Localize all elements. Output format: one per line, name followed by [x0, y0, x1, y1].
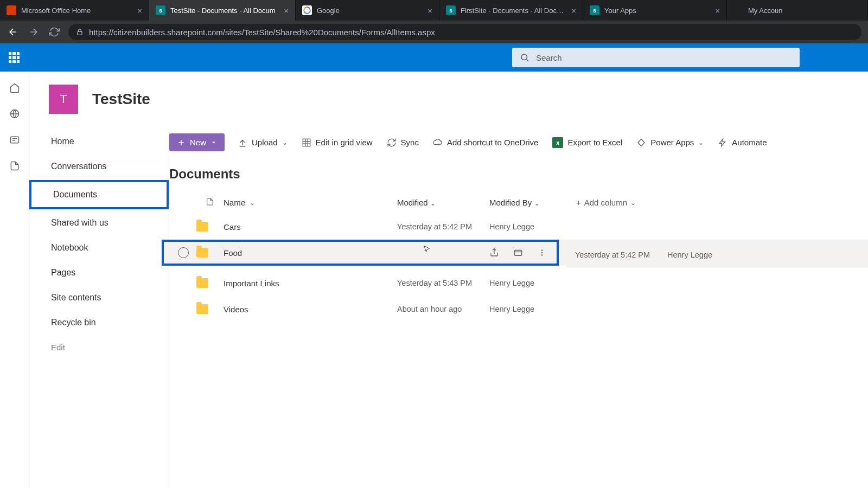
search-placeholder: Search — [536, 53, 562, 62]
automate-button[interactable]: Automate — [717, 134, 768, 151]
nav-edit[interactable]: Edit — [29, 335, 169, 359]
column-modified[interactable]: Modified ⌄ — [397, 198, 489, 207]
new-label: New — [190, 138, 206, 147]
list-item-hovered[interactable]: Food — [162, 240, 559, 266]
select-circle[interactable] — [178, 247, 189, 258]
item-name[interactable]: Food — [224, 248, 242, 258]
nav-home[interactable]: Home — [29, 129, 169, 154]
plus-icon: + — [576, 198, 581, 207]
share-icon[interactable] — [489, 248, 499, 258]
forward-button[interactable] — [27, 25, 40, 38]
add-shortcut-button[interactable]: Add shortcut to OneDrive — [432, 134, 539, 151]
grid-icon — [302, 138, 311, 147]
section-title: Documents — [169, 156, 868, 191]
shortcut-label: Add shortcut to OneDrive — [447, 138, 538, 147]
browser-chrome: Microsoft Office Home × s TestSite - Doc… — [0, 0, 868, 43]
sharepoint-icon: s — [446, 5, 456, 15]
column-modified-label: Modified — [397, 198, 428, 207]
item-name[interactable]: Cars — [224, 222, 241, 232]
folder-icon — [196, 278, 208, 288]
column-name-label: Name — [224, 198, 245, 207]
news-icon[interactable] — [9, 134, 20, 145]
site-logo[interactable]: T — [49, 85, 78, 114]
tab-account[interactable]: My Accoun — [727, 0, 868, 21]
list-item[interactable]: Important Links Yesterday at 5:43 PM Hen… — [169, 270, 846, 296]
url-text: https://citizenbuilders.sharepoint.com/s… — [89, 28, 435, 37]
powerapps-label: Power Apps — [650, 138, 694, 147]
upload-button[interactable]: Upload ⌄ — [237, 134, 289, 151]
more-icon[interactable] — [537, 248, 547, 258]
tab-title: Google — [317, 7, 420, 15]
back-button[interactable] — [7, 25, 20, 38]
reload-button[interactable] — [48, 25, 61, 38]
sync-label: Sync — [401, 138, 419, 147]
add-column-label: Add column — [584, 198, 627, 207]
item-name[interactable]: Important Links — [224, 279, 279, 288]
svg-rect-4 — [10, 137, 18, 143]
item-modified-by: Henry Legge — [667, 251, 754, 259]
item-modified-by: Henry Legge — [489, 305, 576, 313]
list-item[interactable]: Cars Yesterday at 5:42 PM Henry Legge — [169, 214, 846, 240]
site-header: T TestSite — [29, 72, 868, 129]
column-modified-by[interactable]: Modified By ⌄ — [489, 198, 576, 207]
chevron-down-icon: ⌄ — [630, 199, 636, 207]
chevron-down-icon — [210, 139, 217, 146]
nav-notebook[interactable]: Notebook — [29, 235, 169, 260]
document-list: Name ⌄ Modified ⌄ Modified By ⌄ + — [169, 191, 868, 322]
new-button[interactable]: New — [169, 133, 225, 151]
tab-active[interactable]: s TestSite - Documents - All Docum × — [149, 0, 296, 21]
url-box[interactable]: https://citizenbuilders.sharepoint.com/s… — [68, 24, 861, 40]
svg-point-8 — [541, 252, 542, 253]
svg-rect-6 — [514, 251, 522, 256]
site-name[interactable]: TestSite — [92, 91, 150, 108]
app-rail — [0, 72, 29, 488]
nav-site-contents[interactable]: Site contents — [29, 285, 169, 310]
export-excel-button[interactable]: x Export to Excel — [551, 134, 623, 151]
tab-title: My Accoun — [748, 7, 861, 15]
close-icon[interactable]: × — [284, 6, 289, 15]
svg-rect-1 — [78, 31, 82, 35]
nav-conversations[interactable]: Conversations — [29, 154, 169, 179]
powerapps-icon — [636, 138, 646, 147]
close-icon[interactable]: × — [571, 6, 576, 15]
chevron-down-icon: ⌄ — [534, 200, 540, 207]
tab-title: FirstSite - Documents - All Docum — [461, 7, 564, 15]
upload-label: Upload — [252, 138, 278, 147]
folder-icon — [196, 222, 208, 232]
item-name[interactable]: Videos — [224, 305, 248, 314]
chevron-down-icon: ⌄ — [430, 200, 436, 207]
file-type-header-icon[interactable] — [196, 197, 224, 208]
excel-icon: x — [552, 137, 563, 148]
office-icon — [7, 5, 16, 15]
files-icon[interactable] — [9, 160, 20, 171]
nav-pages[interactable]: Pages — [29, 260, 169, 285]
nav-recycle-bin[interactable]: Recycle bin — [29, 310, 169, 335]
onedrive-icon — [433, 138, 443, 147]
nav-documents[interactable]: Documents — [29, 180, 169, 209]
tab-office[interactable]: Microsoft Office Home × — [0, 0, 149, 21]
column-name[interactable]: Name ⌄ — [224, 198, 397, 207]
open-icon[interactable] — [513, 248, 523, 258]
home-icon[interactable] — [9, 82, 20, 93]
folder-icon — [196, 248, 208, 258]
add-column-button[interactable]: + Add column ⌄ — [576, 198, 668, 207]
column-modifiedby-label: Modified By — [489, 198, 532, 207]
close-icon[interactable]: × — [715, 6, 720, 15]
power-apps-button[interactable]: Power Apps ⌄ — [635, 134, 705, 151]
close-icon[interactable]: × — [137, 6, 142, 15]
close-icon[interactable]: × — [427, 6, 432, 15]
tab-firstsite[interactable]: s FirstSite - Documents - All Docum × — [439, 0, 583, 21]
tab-google[interactable]: Google × — [296, 0, 439, 21]
search-box[interactable]: Search — [512, 48, 800, 67]
tab-yourapps[interactable]: s Your Apps × — [583, 0, 727, 21]
globe-icon[interactable] — [9, 108, 20, 119]
app-launcher-icon[interactable] — [9, 52, 20, 63]
svg-rect-5 — [303, 139, 310, 146]
nav-shared[interactable]: Shared with us — [29, 210, 169, 235]
list-item[interactable]: Videos About an hour ago Henry Legge — [169, 296, 846, 322]
sync-button[interactable]: Sync — [386, 134, 420, 151]
item-modified-by: Henry Legge — [489, 222, 576, 231]
edit-grid-button[interactable]: Edit in grid view — [301, 134, 374, 151]
upload-icon — [238, 138, 247, 147]
sync-icon — [387, 138, 397, 147]
